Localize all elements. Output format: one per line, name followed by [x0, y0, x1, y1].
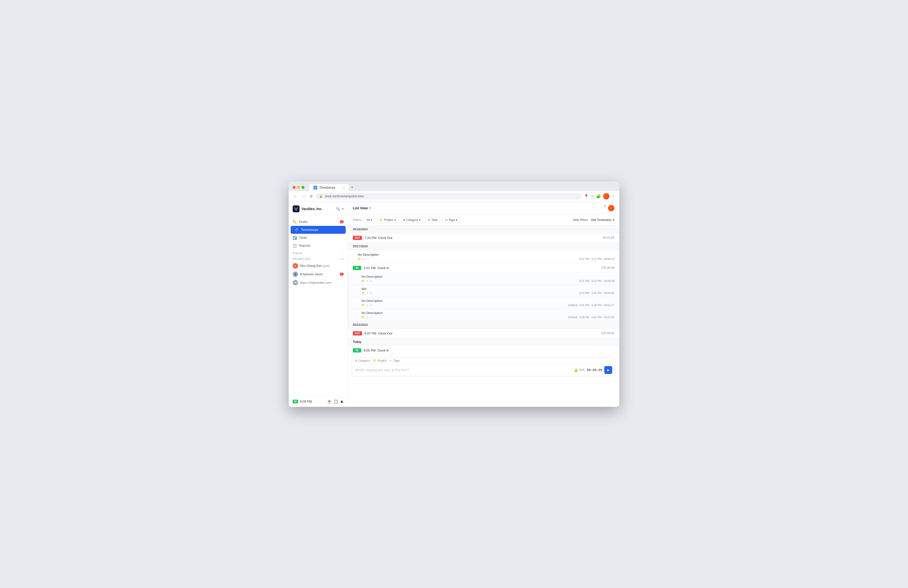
clipboard-icon[interactable]: 📋 — [333, 399, 338, 404]
clock-in-0517: IN 3:21 PM Clock In 125:46:06 — [348, 263, 619, 273]
address-bar[interactable]: 🔒 clock.me/timestamps/list-view — [316, 193, 582, 200]
coffee-icon[interactable]: ☕ — [327, 399, 332, 404]
filter-tags-label: Tags — [449, 218, 455, 222]
browser-addressbar: ← → ↺ 🔒 clock.me/timestamps/list-view 📍 … — [289, 191, 619, 202]
hide-filters-button[interactable]: Hide Filters — [573, 218, 588, 222]
filter-tags-button[interactable]: 🏷 Tags ▾ — [442, 217, 460, 223]
extension-icon[interactable]: 🧩 — [596, 194, 601, 199]
browser-tabs: ⏱ Timestamps × + — [309, 184, 615, 191]
input-tags-label: Tags — [393, 359, 399, 362]
tab-close-button[interactable]: × — [343, 185, 345, 190]
filter-label: Filters: — [353, 218, 362, 222]
clock-out-badge: OUT — [353, 236, 362, 240]
nested-title-4: No Description — [361, 311, 614, 315]
entry-folder-icon: 📁 — [358, 258, 361, 261]
nested-dot-icon-2: ● — [366, 292, 368, 295]
projects-arrow[interactable]: › — [343, 251, 344, 255]
nested-tag-icon-1: 🏷 — [370, 279, 372, 282]
sidebar-item-reports[interactable]: 📋 Reports — [289, 242, 348, 250]
timestamps-icon: ⏱ — [295, 228, 299, 232]
member-badge-jason: 1 — [340, 272, 344, 276]
filter-all-arrow: ▾ — [370, 218, 372, 222]
members-section-icons: ≡ ▾ — [340, 258, 344, 261]
help-icon[interactable]: ? — [604, 205, 606, 211]
filter-category-button[interactable]: Category ▾ — [401, 217, 423, 223]
clock-out-badge-0522: OUT — [353, 331, 362, 335]
chevron-up-icon[interactable]: ▲ — [340, 399, 344, 404]
nested-time-4: (Edited) 3:28 PM · 3:51 PM · 00:22:36 — [568, 316, 614, 319]
input-tags-icon: 🏷 — [390, 359, 392, 362]
nested-folder-icon-2: 📁 — [361, 292, 365, 295]
browser-action-buttons: 📍 ☆ 🧩 ⋮ — [584, 193, 615, 200]
back-button[interactable]: ← — [293, 193, 299, 200]
member-name-jason: Employee Jason — [300, 272, 323, 276]
active-tab[interactable]: ⏱ Timestamps × — [309, 184, 349, 191]
sidebar-item-label-timestamps: Timestamps — [301, 228, 318, 232]
nested-folder-icon-1: 📁 — [361, 279, 365, 283]
sidebar-dropdown-icon[interactable]: ▾ — [342, 207, 344, 211]
footer-status-badge: IN — [293, 400, 298, 403]
member-item-jason[interactable]: 👤 Employee Jason 1 — [289, 270, 348, 279]
header-avatar[interactable] — [608, 205, 614, 211]
input-tags-button[interactable]: 🏷 Tags — [390, 359, 399, 362]
search-icon[interactable]: 🔍 — [336, 207, 340, 211]
main-content: List View ▾ ? Filters: All ▾ 📁 Project — [348, 202, 619, 407]
nested-meta-3: 📁 ● 🏷 (Edited) 3:26 PM · 3:28 PM · 00:01… — [361, 304, 614, 307]
view-selector-arrow: ▾ — [369, 206, 370, 210]
menu-icon[interactable]: ⋮ — [612, 194, 615, 199]
clock-in-today: IN 8:05 PM Clock In — [348, 346, 619, 355]
filter-project-button[interactable]: 📁 Project ▾ — [377, 217, 398, 223]
sidebar: Vauldex, Inc. 🔍 ▾ ✏️ Drafts 4 ⏱ Timestam… — [289, 202, 348, 407]
nested-meta-4: 📁 ● 🏷 (Edited) 3:28 PM · 3:51 PM · 00:22… — [361, 316, 614, 319]
filter-all-label: All — [366, 218, 370, 222]
profile-avatar[interactable] — [603, 193, 609, 200]
sidebar-header-icons: 🔍 ▾ — [336, 207, 344, 211]
header-right: ? — [604, 205, 614, 211]
nested-tag-icon-3: 🏷 — [370, 304, 372, 306]
input-placeholder[interactable]: What's keeping you busy at this time? — [355, 368, 572, 372]
view-selector[interactable]: List View ▾ — [353, 206, 370, 210]
maximize-dot[interactable] — [301, 186, 304, 189]
play-button[interactable]: ▶ — [604, 366, 612, 374]
input-category-dot — [355, 360, 357, 362]
reports-icon: 📋 — [293, 244, 296, 248]
nested-dot-icon-3: ● — [366, 304, 368, 306]
member-item-email[interactable]: 📧 skao+123@vauldex.com — [289, 279, 348, 287]
reload-button[interactable]: ↺ — [308, 193, 314, 200]
sidebar-item-timestamps[interactable]: ⏱ Timestamps — [291, 226, 346, 234]
filter-task-button[interactable]: ☑ Task — [425, 217, 440, 223]
sidebar-item-tasks[interactable]: ☑️ Tasks — [289, 234, 348, 242]
add-timestamp-label: Add Timestamp — [591, 218, 612, 222]
filter-all-button[interactable]: All ▾ — [364, 217, 375, 223]
nested-tag-icon-4: 🏷 — [370, 316, 372, 319]
nested-title-2: abc — [361, 287, 614, 290]
date-header-0517: 05/17/2024 — [348, 243, 619, 250]
close-dot[interactable] — [293, 186, 296, 189]
member-item-shu[interactable]: S Shu Cheng Kao (you) — [289, 262, 348, 270]
filter-tags-icon: 🏷 — [445, 219, 448, 221]
browser-window: ⏱ Timestamps × + ← → ↺ 🔒 clock.me/timest… — [289, 181, 619, 407]
sidebar-item-drafts[interactable]: ✏️ Drafts 4 — [289, 218, 348, 226]
drafts-badge: 4 — [340, 220, 344, 223]
add-timestamp-button[interactable]: Add Timestamp ▾ — [591, 218, 614, 222]
off-toggle[interactable]: 🔔 OFF — [574, 368, 585, 372]
members-dropdown-icon[interactable]: ▾ — [342, 258, 344, 261]
forward-button[interactable]: → — [301, 193, 306, 200]
entry-dot-icon: ● — [363, 258, 364, 261]
app-container: Vauldex, Inc. 🔍 ▾ ✏️ Drafts 4 ⏱ Timestam… — [289, 202, 619, 407]
location-icon[interactable]: 📍 — [584, 194, 589, 199]
new-tab-button[interactable]: + — [349, 184, 356, 191]
members-filter-icon[interactable]: ≡ — [340, 258, 341, 261]
date-header-today: Today — [348, 338, 619, 346]
clock-in-today-time: 8:05 PM Clock In — [364, 348, 389, 352]
input-category-button[interactable]: Category — [355, 359, 370, 362]
sidebar-item-label-tasks: Tasks — [299, 236, 307, 240]
clock-in-0517-duration: 125:46:06 — [601, 266, 614, 269]
filter-category-dot — [403, 219, 405, 221]
minimize-dot[interactable] — [297, 186, 300, 189]
clock-out-0516-duration: 00:01:09 — [603, 236, 614, 240]
browser-titlebar: ⏱ Timestamps × + — [289, 181, 619, 191]
input-project-button[interactable]: 📁 Project — [373, 359, 386, 362]
nested-time-2: 3:22 PM · 3:26 PM · 00:04:36 — [579, 292, 614, 295]
star-icon[interactable]: ☆ — [591, 194, 594, 199]
